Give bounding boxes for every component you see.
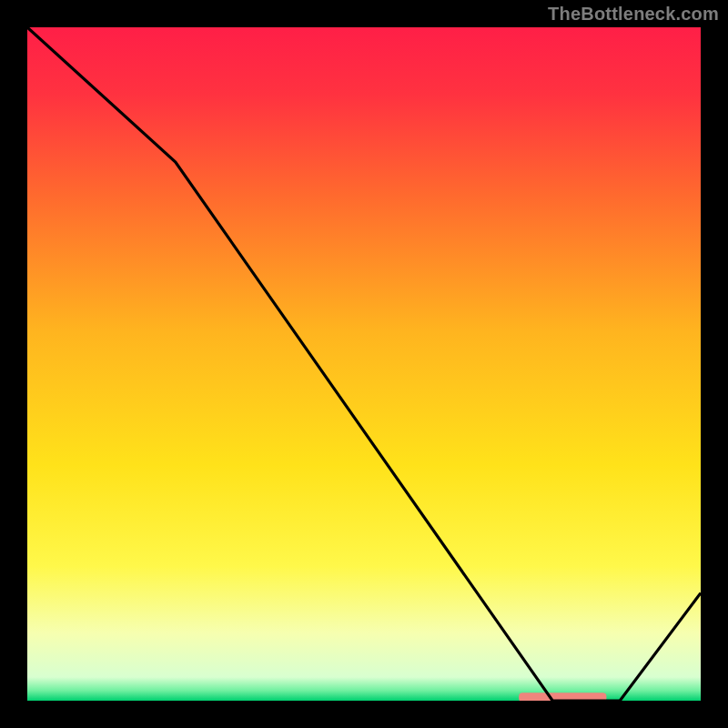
chart-frame: TheBottleneck.com: [0, 0, 728, 728]
gradient-background: [27, 27, 701, 701]
chart-svg: [27, 27, 701, 701]
plot-area: [27, 27, 701, 701]
attribution-text: TheBottleneck.com: [548, 4, 719, 25]
